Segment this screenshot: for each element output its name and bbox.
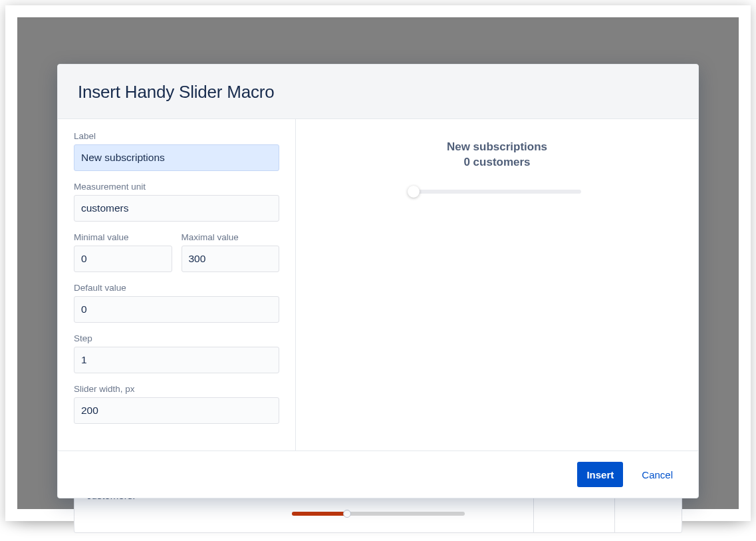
background-slider bbox=[292, 512, 465, 516]
preview-panel: New subscriptions 0 customers bbox=[296, 119, 698, 451]
unit-label: Measurement unit bbox=[74, 182, 279, 192]
field-step: Step bbox=[74, 333, 279, 373]
max-label: Maximal value bbox=[182, 232, 280, 242]
preview-slider[interactable] bbox=[414, 188, 581, 196]
preview-slider-thumb[interactable] bbox=[408, 186, 420, 198]
field-width: Slider width, px bbox=[74, 384, 279, 424]
modal-title: Insert Handy Slider Macro bbox=[78, 82, 678, 102]
width-label: Slider width, px bbox=[74, 384, 279, 394]
field-label: Label bbox=[74, 131, 279, 171]
outer-frame: customers. Insert Handy Slider Macro Lab… bbox=[5, 5, 751, 521]
form-panel: Label Measurement unit Minimal value bbox=[58, 119, 296, 451]
field-default: Default value bbox=[74, 283, 279, 323]
cancel-button[interactable]: Cancel bbox=[632, 462, 682, 487]
default-input[interactable] bbox=[74, 296, 279, 323]
step-input[interactable] bbox=[74, 347, 279, 373]
max-input[interactable] bbox=[182, 246, 280, 272]
modal-footer: Insert Cancel bbox=[58, 451, 698, 498]
insert-button[interactable]: Insert bbox=[577, 462, 623, 487]
insert-macro-modal: Insert Handy Slider Macro Label Measurem… bbox=[57, 64, 699, 498]
minmax-row: Minimal value Maximal value bbox=[74, 232, 279, 283]
background-slider-fill bbox=[292, 512, 347, 516]
modal-backdrop: customers. Insert Handy Slider Macro Lab… bbox=[17, 17, 739, 509]
background-slider-thumb bbox=[343, 510, 351, 518]
label-input[interactable] bbox=[74, 144, 279, 171]
width-input[interactable] bbox=[74, 397, 279, 424]
field-max: Maximal value bbox=[182, 232, 280, 272]
field-min: Minimal value bbox=[74, 232, 172, 272]
preview-title: New subscriptions bbox=[312, 140, 682, 154]
default-label: Default value bbox=[74, 283, 279, 293]
min-input[interactable] bbox=[74, 246, 172, 272]
unit-input[interactable] bbox=[74, 195, 279, 222]
preview-slider-track bbox=[414, 190, 581, 194]
field-unit: Measurement unit bbox=[74, 182, 279, 222]
step-label: Step bbox=[74, 333, 279, 343]
label-label: Label bbox=[74, 131, 279, 141]
modal-body: Label Measurement unit Minimal value bbox=[58, 119, 698, 451]
preview-value-text: 0 customers bbox=[312, 156, 682, 169]
modal-header: Insert Handy Slider Macro bbox=[58, 65, 698, 119]
min-label: Minimal value bbox=[74, 232, 172, 242]
